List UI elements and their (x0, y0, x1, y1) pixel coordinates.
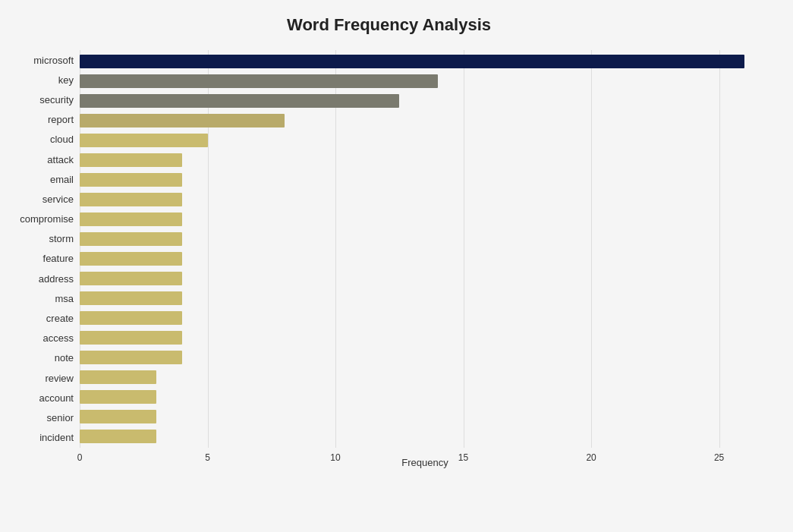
bar (80, 410, 156, 423)
chart-container: Word Frequency Analysis microsoftkeysecu… (0, 0, 793, 532)
x-tick-label: 10 (330, 452, 340, 463)
bar-row (80, 367, 770, 387)
bar-row (80, 269, 770, 288)
bar-row (80, 308, 770, 328)
bar (80, 94, 399, 108)
bar-row (80, 427, 770, 446)
bar-row (80, 71, 770, 91)
y-label: storm (8, 234, 74, 244)
bar-row (80, 91, 770, 111)
bar-row (80, 190, 770, 209)
bar (80, 212, 182, 226)
bar (80, 173, 182, 187)
bar-row (80, 131, 770, 150)
y-label: account (8, 393, 74, 403)
x-axis-title: Frequency (80, 457, 770, 468)
bar (80, 193, 182, 206)
bar-row (80, 407, 770, 427)
bar (80, 252, 182, 266)
y-label: compromise (8, 214, 74, 224)
bar-row (80, 52, 770, 71)
bar (80, 55, 744, 68)
y-label: key (8, 75, 74, 85)
bars-section: microsoftkeysecurityreportcloudattackema… (8, 50, 770, 448)
y-label: review (8, 373, 74, 383)
bar-row (80, 209, 770, 229)
bar (80, 153, 182, 167)
chart-area: microsoftkeysecurityreportcloudattackema… (8, 50, 770, 468)
x-tick-label: 25 (714, 452, 724, 463)
bar-row (80, 348, 770, 367)
y-label: address (8, 274, 74, 284)
bar (80, 311, 182, 325)
bar-row (80, 229, 770, 249)
bar-row (80, 288, 770, 308)
bar (80, 272, 182, 285)
bar-row (80, 111, 770, 131)
y-label: access (8, 333, 74, 343)
bar-row (80, 387, 770, 407)
x-tick-label: 15 (458, 452, 468, 463)
bar-row (80, 170, 770, 190)
bar (80, 370, 156, 384)
x-tick-label: 0 (77, 452, 83, 463)
bar (80, 114, 285, 127)
y-label: cloud (8, 134, 74, 144)
y-label: msa (8, 294, 74, 304)
y-label: attack (8, 155, 74, 165)
y-label: senior (8, 413, 74, 423)
bar-row (80, 328, 770, 348)
bar (80, 390, 156, 404)
bar (80, 291, 182, 305)
x-tick-label: 20 (586, 452, 596, 463)
bar-row (80, 150, 770, 170)
y-label: feature (8, 253, 74, 263)
bar (80, 134, 208, 147)
chart-title: Word Frequency Analysis (8, 15, 770, 35)
bars-wrapper (80, 50, 770, 448)
x-axis-title-area: Frequency (8, 452, 770, 468)
y-label: incident (8, 433, 74, 442)
bar (80, 351, 182, 364)
y-label: security (8, 95, 74, 105)
y-label: report (8, 115, 74, 124)
bar-row (80, 249, 770, 269)
y-label: microsoft (8, 55, 74, 65)
y-labels: microsoftkeysecurityreportcloudattackema… (8, 50, 80, 448)
y-label: note (8, 353, 74, 363)
x-tick-label: 5 (205, 452, 210, 463)
bars-and-grid (80, 50, 770, 448)
bar (80, 232, 182, 246)
bar (80, 331, 182, 345)
y-label: email (8, 175, 74, 184)
y-label: create (8, 313, 74, 323)
bar (80, 74, 438, 88)
bar (80, 430, 156, 443)
y-label: service (8, 194, 74, 204)
